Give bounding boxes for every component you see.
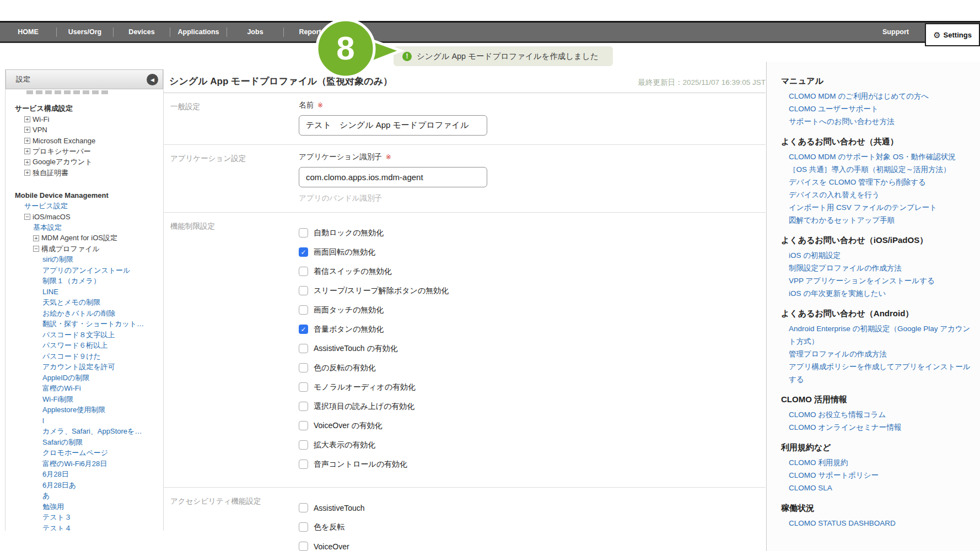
profile-name-input[interactable] — [299, 115, 487, 136]
tree-item-item[interactable]: アカウント設定を許可 — [6, 362, 163, 373]
checkbox[interactable] — [299, 228, 308, 237]
nav-tab-applications[interactable]: Applications — [170, 28, 227, 36]
help-link[interactable]: CLOMO MDM のご利用がはじめての方へ — [781, 90, 971, 102]
tree-item-6-28[interactable]: 6月28日 — [6, 469, 163, 480]
tree-item-item[interactable]: −構成プロファイル — [6, 244, 163, 255]
tree-item-wi-fi6-28[interactable]: 富樫のWi-Fi6月28日 — [6, 458, 163, 469]
tree-item-line[interactable]: LINE — [6, 287, 163, 298]
checkbox[interactable] — [299, 286, 308, 295]
tree-item-item[interactable]: アプリのアンインストール — [6, 265, 163, 276]
checkbox[interactable]: ✓ — [299, 325, 308, 334]
tree-item-siri[interactable]: siriの制限 — [6, 255, 163, 266]
help-link[interactable]: デバイスの入れ替えを行う — [781, 188, 971, 201]
section-label: 一般設定 — [164, 93, 299, 144]
tree-item-item[interactable]: +独自証明書 — [6, 168, 163, 179]
collapse-icon[interactable]: − — [33, 246, 39, 252]
help-link[interactable]: CLOMO 利用規約 — [781, 456, 971, 469]
checkbox[interactable] — [299, 440, 308, 450]
tree-item-item[interactable]: 勉強用 — [6, 501, 163, 512]
expand-icon[interactable]: + — [24, 138, 30, 144]
tree-item-item[interactable]: パスワード６桁以上 — [6, 341, 163, 352]
nav-tab-home[interactable]: HOME — [0, 28, 56, 36]
expand-icon[interactable]: + — [33, 235, 39, 241]
checkbox[interactable] — [299, 344, 308, 353]
tree-item-ios-macos[interactable]: −iOS/macOS — [6, 212, 163, 223]
tree-item-appleid[interactable]: AppleIDの制限 — [6, 372, 163, 383]
tree-item-wi-fi[interactable]: 富樫のWi-Fi — [6, 383, 163, 395]
expand-icon[interactable]: + — [24, 159, 30, 165]
tree-item-item[interactable]: お絵かきバトルの削除 — [6, 308, 163, 319]
expand-icon[interactable]: + — [24, 148, 30, 154]
help-link[interactable]: サポートへのお問い合わせ方法 — [781, 115, 971, 128]
tree-item-item[interactable]: 翻訳・探す・ショートカット… — [6, 319, 163, 330]
help-link[interactable]: インポート用 CSV ファイルのテンプレート — [781, 201, 971, 214]
help-link[interactable]: CLOMO サポートポリシー — [781, 469, 971, 482]
help-link[interactable]: アプリ構成ポリシーを作成してアプリをインストールする — [781, 360, 971, 386]
chevron-left-icon: ◀ — [150, 77, 154, 83]
tree-item-item[interactable]: 制限１（カメラ） — [6, 276, 163, 287]
help-link[interactable]: VPP アプリケーションをインストールする — [781, 274, 971, 287]
checkbox[interactable]: ✓ — [299, 247, 308, 257]
tree-item-item[interactable]: 天気とメモの制限 — [6, 298, 163, 309]
section-label: アプリケーション設定 — [164, 145, 299, 212]
help-link[interactable]: CLOMO STATUS DASHBOARD — [781, 517, 971, 530]
help-link[interactable]: iOS の初期設定 — [781, 249, 971, 262]
help-link[interactable]: CLOMO MDM のサポート対象 OS・動作確認状況 — [781, 150, 971, 163]
tree-item-wi-fi[interactable]: +Wi-Fi — [6, 114, 163, 125]
expand-icon[interactable]: + — [24, 127, 30, 133]
tree-item-6-28[interactable]: 6月28日あ — [6, 480, 163, 491]
app-identifier-input[interactable] — [299, 167, 487, 187]
tree-item-item[interactable]: テスト４ — [6, 523, 163, 531]
checkbox[interactable] — [299, 402, 308, 411]
tree-item-item[interactable]: パスコード８文字以上 — [6, 329, 163, 341]
tree-item-item[interactable]: サービス設定 — [6, 201, 163, 212]
nav-tab-jobs[interactable]: Jobs — [227, 28, 283, 36]
tree-item-applestore[interactable]: Applestore使用制限 — [6, 405, 163, 416]
help-link[interactable]: デバイスを CLOMO 管理下から削除する — [781, 176, 971, 188]
checkbox[interactable] — [299, 363, 308, 372]
help-link[interactable]: 管理プロファイルの作成方法 — [781, 348, 971, 360]
checkbox[interactable] — [299, 542, 308, 551]
tree-item-item[interactable]: パスコード９けた — [6, 351, 163, 362]
checkbox[interactable] — [299, 382, 308, 392]
help-link[interactable]: CLOMO お役立ち情報コラム — [781, 408, 971, 421]
tree-item-label: VPN — [33, 126, 47, 134]
tree-item-item[interactable]: テスト３ — [6, 512, 163, 523]
checkbox[interactable] — [299, 421, 308, 430]
help-link[interactable]: Android Enterprise の初期設定（Google Play アカウ… — [781, 322, 971, 348]
nav-tab-support[interactable]: Support — [874, 23, 918, 41]
help-link[interactable]: 図解でわかるセットアップ手順 — [781, 214, 971, 226]
nav-tab-devices[interactable]: Devices — [114, 28, 170, 36]
help-link[interactable]: ［OS 共通］導入の手順（初期設定～活用方法） — [781, 163, 971, 176]
help-link[interactable]: CLOMO オンラインセミナー情報 — [781, 421, 971, 434]
checkbox[interactable] — [299, 267, 308, 276]
tree-item-item[interactable]: +プロキシサーバー — [6, 146, 163, 157]
help-link[interactable]: CLOMO ユーザーサポート — [781, 102, 971, 115]
top-navigation-bar: HOMEUsers/OrgDevicesApplicationsJobsRepo… — [0, 21, 980, 43]
expand-icon[interactable]: + — [24, 170, 30, 176]
expand-icon[interactable]: + — [24, 116, 30, 122]
tree-item-item[interactable]: 基本設定 — [6, 222, 163, 233]
help-link[interactable]: iOS の年次更新を実施したい — [781, 287, 971, 300]
tree-item-wi-fi[interactable]: Wi-Fi制限 — [6, 394, 163, 405]
tree-item-safari[interactable]: Safariの制限 — [6, 437, 163, 448]
tree-item-google[interactable]: +Googleアカウント — [6, 157, 163, 168]
checkbox[interactable] — [299, 522, 308, 532]
tree-item-microsoft-exchange[interactable]: +Microsoft Exchange — [6, 136, 163, 147]
tree-item-l[interactable]: l — [6, 415, 163, 426]
nav-tab-users-org[interactable]: Users/Org — [57, 28, 113, 36]
collapse-icon[interactable]: − — [24, 214, 30, 220]
tree-item-vpn[interactable]: +VPN — [6, 125, 163, 136]
tree-item-item[interactable]: クロモホームページ — [6, 448, 163, 459]
sidebar-collapse-button[interactable]: ◀ — [147, 74, 158, 85]
nav-tab-settings[interactable]: ⚙ Settings — [925, 23, 980, 46]
checkbox[interactable] — [299, 460, 308, 469]
tree-item-mdm-agent-for-ios[interactable]: +MDM Agent for iOS設定 — [6, 233, 163, 244]
checkbox[interactable] — [299, 305, 308, 315]
tree-item-safari-appstore[interactable]: カメラ、Safari、AppStoreを… — [6, 426, 163, 437]
help-link[interactable]: 制限設定プロファイルの作成方法 — [781, 262, 971, 274]
checkbox[interactable] — [299, 503, 308, 512]
help-link[interactable]: CLOMO SLA — [781, 482, 971, 494]
tree-item-label: 富樫のWi-Fi6月28日 — [42, 459, 107, 469]
tree-item-item[interactable]: あ — [6, 491, 163, 502]
